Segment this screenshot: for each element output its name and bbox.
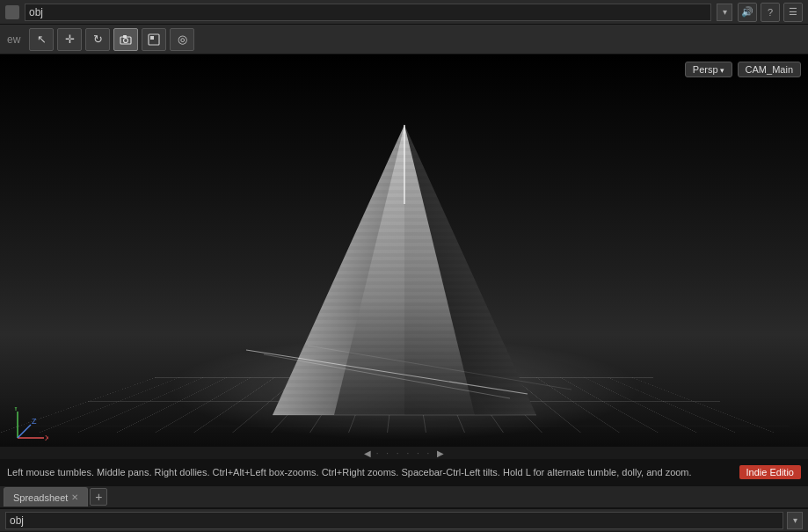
indie-badge: Indie Editio bbox=[739, 465, 801, 479]
title-dropdown[interactable]: ▾ bbox=[717, 4, 732, 21]
tab-close-button[interactable]: ✕ bbox=[71, 492, 78, 502]
tab-add-button[interactable]: + bbox=[90, 488, 107, 506]
obj-dropdown[interactable]: ▾ bbox=[787, 512, 803, 529]
svg-line-14 bbox=[308, 346, 571, 390]
tab-bar: Spreadsheet ✕ + bbox=[0, 485, 808, 508]
app-icon bbox=[5, 5, 19, 19]
camera-label[interactable]: CAM_Main bbox=[738, 62, 801, 77]
spreadsheet-tab[interactable]: Spreadsheet ✕ bbox=[4, 487, 88, 506]
audio-button[interactable]: 🔊 bbox=[738, 3, 757, 22]
viewport-labels: Persp▾ CAM_Main bbox=[685, 62, 801, 77]
svg-rect-4 bbox=[150, 36, 154, 40]
target-tool-button[interactable]: ◎ bbox=[170, 28, 194, 51]
viewport-nav: ◀ · · · · · · ▶ bbox=[0, 447, 808, 459]
nav-left-arrow[interactable]: ◀ bbox=[364, 448, 371, 458]
svg-line-13 bbox=[264, 354, 510, 398]
tool-buttons: ↖ ✛ ↻ ◎ bbox=[29, 28, 194, 51]
move-tool-button[interactable]: ✛ bbox=[57, 28, 82, 51]
rotate-tool-button[interactable]: ↻ bbox=[85, 28, 110, 51]
viewport[interactable]: Persp▾ CAM_Main X Y Z Left mouse tumbles… bbox=[0, 55, 808, 485]
svg-text:Y: Y bbox=[13, 407, 18, 412]
floor-reflections bbox=[0, 341, 808, 415]
nav-right-arrow[interactable]: ▶ bbox=[437, 448, 444, 458]
axis-indicator: X Y Z bbox=[9, 407, 48, 450]
svg-rect-2 bbox=[123, 35, 127, 38]
help-button[interactable]: ? bbox=[761, 3, 780, 22]
svg-text:X: X bbox=[45, 434, 48, 442]
svg-text:Z: Z bbox=[32, 417, 37, 426]
nav-dots: · · · · · · bbox=[376, 448, 433, 458]
tab-label: Spreadsheet bbox=[13, 492, 68, 503]
status-bar: Left mouse tumbles. Middle pans. Right d… bbox=[0, 459, 808, 485]
persp-label[interactable]: Persp▾ bbox=[685, 62, 732, 77]
toolbar-label: ew bbox=[7, 33, 20, 46]
title-actions: 🔊 ? ☰ bbox=[738, 3, 803, 22]
camera-tool-button[interactable] bbox=[113, 28, 138, 51]
render-tool-button[interactable] bbox=[142, 28, 166, 51]
svg-point-1 bbox=[124, 38, 128, 42]
status-text: Left mouse tumbles. Middle pans. Right d… bbox=[7, 467, 739, 477]
viewport-canvas: Persp▾ CAM_Main X Y Z Left mouse tumbles… bbox=[0, 55, 808, 485]
bottom-bar: ▾ bbox=[0, 508, 808, 531]
title-bar: ▾ 🔊 ? ☰ bbox=[0, 0, 808, 25]
toolbar: ew ↖ ✛ ↻ ◎ bbox=[0, 25, 808, 55]
svg-line-12 bbox=[246, 350, 528, 394]
svg-line-19 bbox=[18, 425, 31, 438]
title-input[interactable] bbox=[25, 4, 711, 21]
select-tool-button[interactable]: ↖ bbox=[29, 28, 54, 51]
obj-input[interactable] bbox=[5, 512, 783, 529]
menu-button[interactable]: ☰ bbox=[783, 3, 803, 22]
